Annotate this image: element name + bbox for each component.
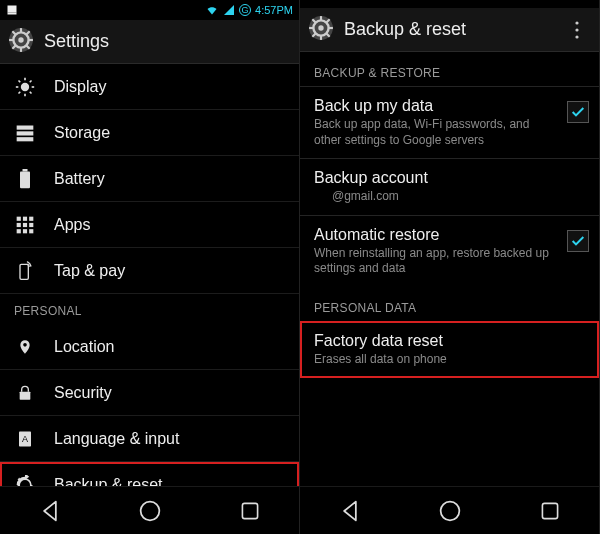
row-display[interactable]: Display [0, 64, 299, 110]
signal-icon [223, 4, 235, 16]
lock-icon [14, 383, 36, 403]
svg-rect-36 [20, 264, 28, 279]
backup-header: Backup & reset [300, 8, 599, 52]
row-label: Tap & pay [54, 262, 125, 280]
svg-rect-26 [23, 169, 28, 172]
location-icon [14, 337, 36, 357]
language-icon: A [14, 429, 36, 449]
nav-recent[interactable] [537, 498, 563, 524]
row-label: Battery [54, 170, 105, 188]
svg-rect-22 [17, 125, 34, 129]
checkbox-auto-restore[interactable] [567, 230, 589, 252]
svg-rect-25 [20, 171, 30, 188]
row-title: Back up my data [314, 97, 559, 115]
row-subtitle: Back up app data, Wi-Fi passwords, and o… [314, 117, 559, 148]
nav-recent[interactable] [237, 498, 263, 524]
svg-point-40 [19, 479, 31, 486]
svg-rect-37 [20, 391, 31, 399]
row-backup-reset[interactable]: Backup & reset [0, 462, 299, 486]
apps-icon [14, 215, 36, 235]
overflow-menu[interactable] [563, 10, 591, 50]
row-title: Factory data reset [314, 332, 589, 350]
row-label: Location [54, 338, 115, 356]
nav-home[interactable] [136, 497, 164, 525]
svg-point-43 [141, 501, 160, 520]
nav-bar [300, 486, 599, 534]
row-label: Backup & reset [54, 476, 163, 487]
network-badge-icon: G [239, 4, 251, 16]
svg-text:A: A [22, 434, 28, 444]
row-subtitle: @gmail.com [314, 189, 589, 205]
row-title: Backup account [314, 169, 589, 187]
nav-back[interactable] [36, 497, 64, 525]
status-time: 4:57PM [255, 4, 293, 16]
backup-content[interactable]: BACKUP & RESTORE Back up my data Back up… [300, 52, 599, 486]
status-notification-icon [6, 4, 18, 16]
row-battery[interactable]: Battery [0, 156, 299, 202]
svg-line-21 [19, 91, 21, 93]
svg-point-56 [575, 21, 578, 24]
svg-rect-34 [23, 229, 27, 233]
row-label: Apps [54, 216, 90, 234]
row-label: Language & input [54, 430, 179, 448]
nav-home[interactable] [436, 497, 464, 525]
row-label: Storage [54, 124, 110, 142]
svg-point-47 [318, 25, 323, 30]
svg-rect-1 [8, 13, 17, 15]
svg-rect-0 [8, 6, 17, 13]
row-label: Display [54, 78, 106, 96]
svg-rect-29 [29, 216, 33, 220]
row-automatic-restore[interactable]: Automatic restore When reinstalling an a… [300, 215, 599, 287]
nav-back[interactable] [336, 497, 364, 525]
status-bar [300, 0, 599, 8]
screen-backup-reset: Backup & reset BACKUP & RESTORE Back up … [300, 0, 600, 534]
svg-rect-30 [17, 222, 21, 226]
svg-rect-33 [17, 229, 21, 233]
svg-rect-32 [29, 222, 33, 226]
svg-point-59 [441, 501, 460, 520]
settings-header: Settings [0, 20, 299, 64]
section-personal: PERSONAL [0, 294, 299, 324]
screen-settings: G 4:57PM Settings Display Storage Batter… [0, 0, 300, 534]
svg-rect-60 [542, 503, 557, 518]
svg-line-19 [30, 91, 32, 93]
status-bar: G 4:57PM [0, 0, 299, 20]
svg-rect-23 [17, 131, 34, 135]
restore-icon [14, 475, 36, 487]
row-backup-account[interactable]: Backup account @gmail.com [300, 158, 599, 215]
row-tap-pay[interactable]: Tap & pay [0, 248, 299, 294]
storage-icon [14, 123, 36, 143]
svg-point-4 [18, 37, 23, 42]
row-location[interactable]: Location [0, 324, 299, 370]
row-language[interactable]: A Language & input [0, 416, 299, 462]
row-label: Security [54, 384, 112, 402]
nav-bar [0, 486, 299, 534]
svg-point-57 [575, 28, 578, 31]
section-backup-restore: BACKUP & RESTORE [300, 52, 599, 86]
row-security[interactable]: Security [0, 370, 299, 416]
svg-rect-27 [17, 216, 21, 220]
svg-line-18 [19, 80, 21, 82]
section-personal-data: PERSONAL DATA [300, 287, 599, 321]
settings-list[interactable]: Display Storage Battery Apps Tap & pay [0, 64, 299, 486]
row-title: Automatic restore [314, 226, 559, 244]
row-subtitle: Erases all data on phone [314, 352, 589, 368]
gear-icon[interactable] [8, 27, 34, 57]
checkbox-backup-data[interactable] [567, 101, 589, 123]
settings-title: Settings [44, 31, 291, 52]
brightness-icon [14, 77, 36, 97]
row-backup-my-data[interactable]: Back up my data Back up app data, Wi-Fi … [300, 86, 599, 158]
battery-icon [14, 169, 36, 189]
svg-rect-44 [242, 503, 257, 518]
svg-line-20 [30, 80, 32, 82]
svg-rect-28 [23, 216, 27, 220]
svg-point-58 [575, 35, 578, 38]
row-factory-reset[interactable]: Factory data reset Erases all data on ph… [300, 321, 599, 378]
gear-icon[interactable] [308, 15, 334, 45]
row-storage[interactable]: Storage [0, 110, 299, 156]
backup-title: Backup & reset [344, 19, 553, 40]
row-apps[interactable]: Apps [0, 202, 299, 248]
svg-rect-35 [29, 229, 33, 233]
tap-pay-icon [14, 261, 36, 281]
svg-point-13 [21, 82, 29, 90]
